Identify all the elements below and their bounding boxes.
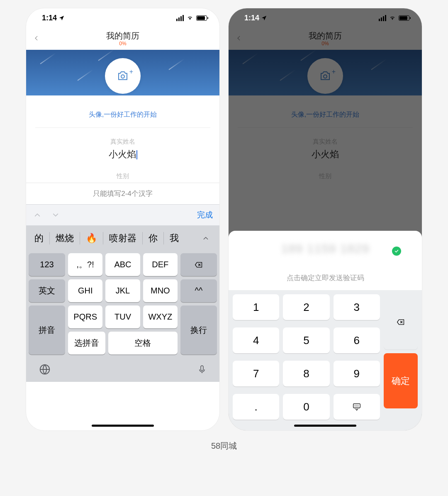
numpad-key-hide[interactable]	[334, 394, 380, 420]
status-bar: 1:14	[26, 8, 219, 27]
svg-point-5	[354, 405, 355, 406]
verified-check-icon	[392, 247, 401, 256]
key-tuv[interactable]: TUV	[105, 305, 140, 328]
key-pinyin[interactable]: 拼音	[29, 305, 65, 354]
keyboard-accessory: 完成	[26, 204, 219, 226]
name-input[interactable]: 小火焰	[35, 148, 210, 161]
key-abc[interactable]: ABC	[105, 253, 140, 276]
gender-label: 性别	[35, 172, 210, 180]
numpad-key-5[interactable]: 5	[283, 327, 329, 353]
key-pqrs[interactable]: PQRS	[68, 305, 102, 328]
svg-point-10	[355, 406, 356, 406]
signal-icon	[176, 15, 184, 21]
svg-point-0	[121, 75, 124, 78]
key-punct[interactable]: ,。?!	[68, 253, 102, 276]
signal-icon	[379, 15, 387, 21]
svg-point-6	[355, 405, 356, 406]
keyboard-hide-icon	[351, 402, 363, 411]
svg-rect-2	[201, 366, 203, 371]
location-arrow-icon	[58, 15, 65, 21]
verify-sheet: 189 1159 1829 点击确定立即发送验证码 1 2 3 4 5	[229, 231, 422, 430]
numpad-key-0[interactable]: 0	[283, 394, 329, 420]
key-def[interactable]: DEF	[143, 253, 178, 276]
key-space[interactable]: 空格	[108, 332, 178, 354]
key-emoji[interactable]: ^^	[180, 279, 217, 302]
numpad-key-4[interactable]: 4	[233, 327, 279, 353]
status-time: 1:14	[42, 14, 57, 22]
wifi-icon	[186, 15, 194, 21]
phone-right: 1:14 我的简历 0% + 头像	[229, 8, 422, 430]
globe-icon[interactable]	[39, 363, 51, 376]
keyboard: 123 ,。?! ABC DEF 英文 GHI JKL MNO ^^ 拼音	[26, 251, 219, 357]
phone-left: 1:14 我的简历 0% + 头像	[26, 8, 219, 430]
svg-point-9	[354, 406, 355, 406]
page-title: 我的简历	[106, 31, 139, 41]
wifi-icon	[389, 15, 396, 21]
input-hint: 只能填写2-4个汉字	[26, 183, 219, 204]
key-english[interactable]: 英文	[29, 279, 65, 302]
mic-icon[interactable]	[197, 363, 207, 376]
key-backspace[interactable]	[180, 253, 217, 276]
suggestion-item[interactable]: 你	[143, 232, 163, 244]
numpad-key-dot[interactable]: .	[233, 394, 279, 420]
suggestion-item[interactable]: 的	[29, 232, 49, 244]
progress-percent: 0%	[106, 41, 139, 46]
backspace-icon	[193, 261, 205, 269]
image-caption: 58同城	[211, 440, 237, 452]
hero-banner: +	[26, 50, 219, 95]
upload-avatar-button[interactable]: +	[105, 58, 141, 94]
battery-icon	[399, 15, 409, 21]
key-wxyz[interactable]: WXYZ	[143, 305, 178, 328]
chevron-up-icon	[202, 235, 210, 241]
status-bar: 1:14	[229, 8, 422, 27]
suggestion-item[interactable]: 我	[164, 232, 185, 244]
battery-icon	[196, 15, 207, 21]
suggestion-item[interactable]: 喷射器	[103, 232, 142, 244]
numpad-key-3[interactable]: 3	[334, 294, 380, 320]
backspace-icon	[395, 318, 407, 326]
keyboard-done-button[interactable]: 完成	[197, 210, 213, 220]
expand-suggestions-button[interactable]	[195, 226, 217, 251]
numpad-key-7[interactable]: 7	[233, 361, 279, 386]
name-label: 真实姓名	[35, 138, 210, 146]
status-time: 1:14	[244, 14, 259, 22]
key-mno[interactable]: MNO	[143, 279, 178, 302]
numpad-key-6[interactable]: 6	[334, 327, 380, 353]
nav-bar: 我的简历 0%	[26, 27, 219, 50]
numpad-key-9[interactable]: 9	[334, 361, 380, 386]
keyboard-next-icon[interactable]	[51, 212, 60, 218]
key-123[interactable]: 123	[29, 253, 65, 276]
location-arrow-icon	[261, 15, 267, 21]
keyboard-suggestions: 的 燃烧 🔥 喷射器 你 我	[26, 226, 219, 251]
suggestion-item[interactable]: 🔥	[80, 233, 103, 244]
sheet-tip: 点击确定立即发送验证码	[229, 273, 422, 283]
svg-point-7	[357, 405, 357, 406]
svg-rect-4	[353, 404, 360, 408]
plus-icon: +	[129, 68, 133, 76]
home-indicator	[294, 425, 356, 427]
numpad-key-2[interactable]: 2	[283, 294, 329, 320]
numpad-key-8[interactable]: 8	[283, 361, 329, 386]
numpad-key-1[interactable]: 1	[233, 294, 279, 320]
numpad: 1 2 3 4 5 6 7 8 9	[229, 290, 422, 430]
key-jkl[interactable]: JKL	[105, 279, 140, 302]
home-indicator	[92, 425, 154, 427]
key-newline[interactable]: 换行	[180, 305, 217, 354]
numpad-backspace[interactable]	[384, 294, 418, 349]
svg-point-11	[357, 406, 357, 406]
keyboard-prev-icon[interactable]	[33, 212, 42, 218]
numpad-confirm-button[interactable]: 确定	[384, 353, 418, 408]
camera-icon	[116, 70, 130, 82]
key-select-pinyin[interactable]: 选拼音	[68, 332, 105, 354]
svg-point-12	[358, 406, 358, 406]
svg-point-8	[358, 405, 358, 406]
key-ghi[interactable]: GHI	[68, 279, 102, 302]
keyboard-bottom-bar	[26, 357, 219, 382]
avatar-tip: 头像,一份好工作的开始	[26, 110, 219, 119]
suggestion-item[interactable]: 燃烧	[50, 232, 80, 244]
back-icon[interactable]	[34, 33, 39, 43]
